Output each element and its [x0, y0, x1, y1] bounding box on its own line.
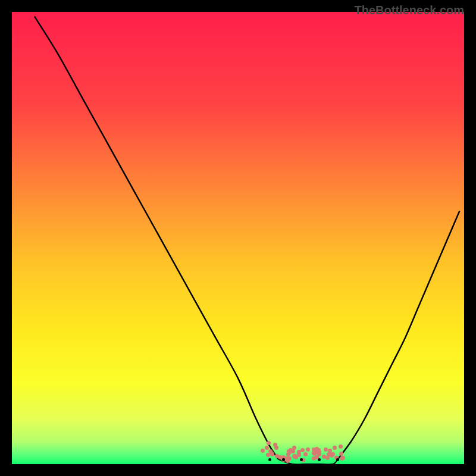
left-curve	[35, 17, 278, 460]
tick-dot	[282, 458, 285, 461]
valley-floor	[278, 459, 337, 464]
tick-dot	[300, 458, 303, 461]
watermark-text: TheBottleneck.com	[355, 4, 464, 17]
right-curve	[337, 211, 459, 459]
plot-area	[12, 12, 464, 464]
tick-dot	[268, 458, 271, 461]
tick-dot	[336, 458, 339, 461]
bottleneck-curve	[12, 12, 464, 464]
